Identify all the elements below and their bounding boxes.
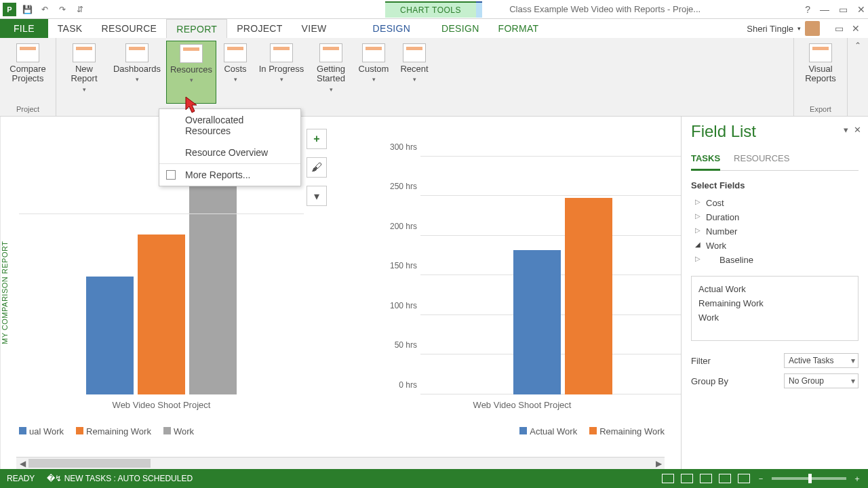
scroll-thumb[interactable]	[28, 459, 151, 468]
ribbon-tabs: FILE TASK RESOURCE REPORT PROJECT VIEW D…	[0, 19, 868, 38]
selected-fields-box[interactable]: Actual Work Remaining Work Work	[691, 276, 859, 341]
chart1-legend: ual Work Remaining Work Work	[19, 426, 304, 436]
undo-icon[interactable]: ↶	[38, 3, 52, 16]
maximize-icon[interactable]: ▭	[839, 4, 848, 15]
field-list-pane: ▾ ✕ Field List TASKS RESOURCES Select Fi…	[681, 117, 868, 469]
tab-resource[interactable]: RESOURCE	[92, 19, 167, 38]
group-label-export: Export	[798, 104, 843, 115]
view-team-icon[interactable]	[700, 474, 712, 483]
scroll-right-icon[interactable]: ▶	[652, 459, 665, 468]
tab-task[interactable]: TASK	[48, 19, 92, 38]
workbook-window-controls: ▭ ✕	[827, 19, 868, 38]
app-icon: P	[3, 3, 16, 16]
status-ready: READY	[7, 474, 35, 483]
ribbon-group-project: Compare Projects Project	[0, 38, 56, 116]
report-icon	[166, 170, 176, 180]
tree-work[interactable]: Work	[691, 239, 859, 253]
selected-actual-work[interactable]: Actual Work	[698, 282, 851, 296]
fields-tree: Cost Duration Number Work Baseline	[691, 196, 859, 264]
scroll-left-icon[interactable]: ◀	[16, 459, 28, 468]
selected-remaining-work[interactable]: Remaining Work	[698, 296, 851, 310]
compare-projects-button[interactable]: Compare Projects	[4, 41, 52, 104]
tree-duration[interactable]: Duration	[691, 210, 859, 224]
pane-tab-resources[interactable]: RESOURCES	[734, 150, 789, 170]
status-new-tasks: �↯ NEW TASKS : AUTO SCHEDULED	[47, 474, 193, 483]
chart-filter-icon[interactable]: ▾	[307, 186, 327, 206]
in-progress-button[interactable]: In Progress▾	[254, 41, 309, 104]
close-icon[interactable]: ✕	[857, 4, 865, 15]
resources-button[interactable]: Resources▾	[166, 41, 216, 104]
collapse-ribbon-icon[interactable]: ⌃	[848, 38, 868, 116]
chart2-x-label: Web Video Shoot Project	[380, 400, 665, 410]
title-bar: P 💾 ↶ ↷ ⇵ REPORT TOOLS CHART TOOLS Class…	[0, 0, 868, 19]
recent-button[interactable]: Recent▾	[395, 41, 433, 104]
minimize-icon[interactable]: —	[820, 4, 829, 15]
chart1-x-label: Web Video Shoot Project	[19, 400, 304, 410]
new-report-button[interactable]: New Report▾	[60, 41, 108, 104]
chart-tools-label: CHART TOOLS	[385, 1, 476, 18]
tab-view[interactable]: VIEW	[292, 19, 336, 38]
resources-dropdown: Overallocated Resources Resource Overvie…	[159, 108, 301, 186]
status-views: － ＋	[662, 473, 861, 485]
chart-elements-icon[interactable]: +	[307, 129, 327, 149]
status-bar: READY �↯ NEW TASKS : AUTO SCHEDULED － ＋	[0, 469, 868, 488]
zoom-slider[interactable]	[772, 477, 846, 480]
close-doc-icon[interactable]: ✕	[852, 23, 860, 34]
ribbon-group-view-reports: New Report▾ Dashboards▾ Resources▾ Costs…	[56, 38, 794, 116]
help-icon[interactable]: ?	[805, 4, 810, 15]
selected-work[interactable]: Work	[698, 310, 851, 325]
horizontal-scrollbar[interactable]: ◀ ▶	[16, 457, 665, 469]
getting-started-button[interactable]: Getting Started▾	[310, 41, 352, 104]
tab-design-report[interactable]: DESIGN	[363, 19, 420, 38]
quick-access-toolbar: P 💾 ↶ ↷ ⇵	[3, 3, 87, 16]
tab-design-chart[interactable]: DESIGN	[432, 19, 488, 38]
menu-resource-overview[interactable]: Resource Overview	[159, 142, 300, 163]
zoom-out-icon[interactable]: －	[757, 473, 765, 485]
chart-element-buttons: + 🖌 ▾	[307, 129, 327, 206]
document-title: Class Example Web Video with Reports - P…	[509, 4, 701, 14]
costs-button[interactable]: Costs▾	[218, 41, 253, 104]
window-controls: ? — ▭ ✕	[805, 4, 865, 15]
pane-close-icon[interactable]: ✕	[854, 125, 861, 135]
restore-icon[interactable]: ▭	[835, 23, 844, 34]
tab-project[interactable]: PROJECT	[227, 19, 292, 38]
view-resource-icon[interactable]	[719, 474, 731, 483]
document-area: MY COMPARISON REPORT Web Video Shoot Pro…	[0, 117, 868, 469]
view-gantt-icon[interactable]	[662, 474, 674, 483]
chevron-down-icon: ▾	[797, 25, 801, 32]
touch-mode-icon[interactable]: ⇵	[73, 3, 87, 16]
tab-report[interactable]: REPORT	[166, 19, 227, 38]
chart2-legend: Actual Work Remaining Work	[380, 426, 665, 436]
view-task-icon[interactable]	[681, 474, 693, 483]
report-side-label: MY COMPARISON REPORT	[0, 117, 14, 469]
report-canvas[interactable]: Web Video Shoot Project ual Work Remaini…	[14, 117, 681, 469]
user-account[interactable]: Sheri Tingle ▾	[740, 19, 827, 38]
tree-baseline[interactable]: Baseline	[691, 253, 859, 264]
pane-tabs: TASKS RESOURCES	[691, 150, 859, 171]
chart-styles-icon[interactable]: 🖌	[307, 157, 327, 178]
menu-more-reports[interactable]: More Reports...	[159, 164, 300, 186]
view-report-icon[interactable]	[738, 474, 750, 483]
tree-number[interactable]: Number	[691, 224, 859, 239]
tree-cost[interactable]: Cost	[691, 196, 859, 210]
chart-right[interactable]: 0 hrs50 hrs100 hrs150 hrs200 hrs250 hrs3…	[380, 117, 665, 445]
menu-overallocated-resources[interactable]: Overallocated Resources	[159, 109, 300, 142]
zoom-in-icon[interactable]: ＋	[853, 473, 861, 485]
visual-reports-button[interactable]: Visual Reports	[798, 41, 843, 104]
mouse-cursor-icon	[185, 96, 199, 114]
group-label-project: Project	[4, 104, 52, 115]
dashboards-button[interactable]: Dashboards▾	[109, 41, 165, 104]
tab-file[interactable]: FILE	[0, 19, 48, 38]
redo-icon[interactable]: ↷	[56, 3, 69, 16]
custom-button[interactable]: Custom▾	[353, 41, 394, 104]
save-icon[interactable]: 💾	[20, 3, 34, 16]
pane-options-icon[interactable]: ▾	[844, 125, 848, 135]
select-fields-label: Select Fields	[691, 180, 859, 190]
pane-tab-tasks[interactable]: TASKS	[691, 150, 720, 171]
filter-label: Filter	[691, 356, 711, 366]
group-by-label: Group By	[691, 376, 728, 386]
ribbon: Compare Projects Project New Report▾ Das…	[0, 38, 868, 117]
group-by-select[interactable]: No Group	[784, 373, 859, 388]
tab-format[interactable]: FORMAT	[489, 19, 549, 38]
filter-select[interactable]: Active Tasks	[784, 353, 859, 368]
